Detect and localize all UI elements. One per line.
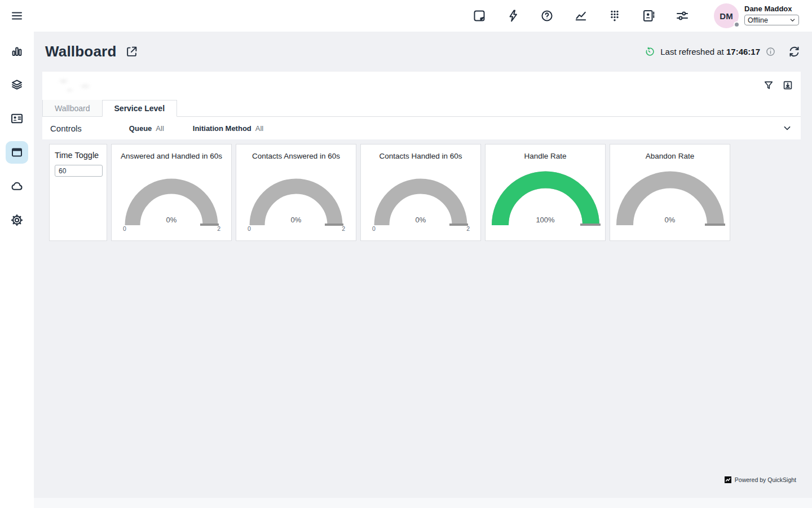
gauge-value: 0% [236, 216, 356, 224]
sidebar-item-contacts[interactable] [6, 107, 28, 130]
gauge-title: Abandon Rate [610, 152, 730, 160]
gauge-max-label: 2 [342, 225, 345, 232]
quicksight-footer: Powered by QuickSight [725, 476, 796, 483]
faint-watermark [48, 75, 110, 95]
filter-icon[interactable] [763, 80, 774, 91]
gauge-card-contacts-handled: Contacts Handled in 60s 0% 0 2 [360, 144, 481, 241]
controls-row: Controls Queue All Initiation Method All [42, 117, 801, 139]
last-refreshed-text: Last refreshed at 17:46:17 [660, 47, 760, 56]
tab-service-level[interactable]: Service Level [102, 100, 178, 117]
gauge-card-handle-rate: Handle Rate 100% [485, 144, 606, 241]
sidebar-item-wallboard[interactable] [6, 141, 28, 164]
gauge-max-label: 2 [466, 225, 470, 232]
quicksight-logo-icon [725, 476, 731, 483]
note-icon[interactable] [473, 9, 486, 23]
refresh-time: 17:46:17 [726, 47, 760, 56]
sheet-panel: Wallboard Service Level Controls Queue A… [42, 72, 801, 139]
help-icon[interactable] [540, 9, 554, 23]
gear-icon [10, 213, 24, 227]
user-name: Dane Maddox [744, 5, 799, 13]
gauge-min-label: 0 [372, 225, 376, 232]
topbar-action-icons [473, 0, 689, 32]
gauge-value: 0% [610, 216, 730, 224]
sidebar-item-settings[interactable] [6, 209, 28, 231]
export-icon[interactable] [782, 80, 793, 91]
sheet-tabs: Wallboard Service Level [42, 100, 801, 117]
info-icon[interactable] [765, 46, 776, 57]
metrics-icon[interactable] [574, 9, 588, 23]
user-chip: DM Dane Maddox Offline [714, 3, 799, 28]
avatar-initials: DM [720, 11, 732, 21]
sidebar-item-metrics[interactable] [6, 40, 28, 62]
page-title: Wallboard [45, 43, 117, 60]
avatar[interactable]: DM [714, 3, 739, 28]
gauge-min-label: 0 [123, 225, 126, 232]
time-toggle-card: Time Toggle [49, 144, 107, 241]
gauge-max-label: 2 [217, 225, 220, 232]
gauge-value: 0% [361, 216, 480, 224]
gauge-card-answered-and-handled: Answered and Handled in 60s 0% 0 2 [111, 144, 232, 241]
lightning-icon[interactable] [506, 9, 520, 23]
gauge-title: Answered and Handled in 60s [112, 152, 231, 160]
powered-by-text: Powered by QuickSight [735, 476, 796, 483]
dialpad-icon[interactable] [608, 9, 621, 23]
top-bar: DM Dane Maddox Offline [0, 0, 812, 32]
browser-window-icon [10, 146, 24, 159]
gauge-title: Handle Rate [486, 152, 605, 160]
left-nav-rail [0, 32, 34, 508]
gauge-min-label: 0 [248, 225, 251, 232]
timer-icon [645, 46, 655, 57]
page-header: Wallboard Last refreshed at 17:46:17 [34, 32, 812, 72]
sidebar-item-cloud[interactable] [6, 175, 28, 198]
gauge-title: Contacts Answered in 60s [236, 152, 356, 160]
gauge-card-abandon-rate: Abandon Rate 0% [610, 144, 730, 241]
controls-label: Controls [50, 124, 82, 133]
gauge-value: 100% [486, 216, 605, 224]
status-dot [734, 21, 740, 28]
cloud-icon [10, 179, 24, 193]
status-select[interactable]: Offline [744, 15, 799, 25]
sidebar-item-flows[interactable] [6, 73, 28, 96]
cards-row: Time Toggle Answered and Handled in 60s … [49, 144, 730, 241]
layers-icon [10, 78, 24, 91]
time-toggle-input[interactable] [55, 165, 103, 177]
bar-chart-icon [10, 44, 24, 58]
gauge-card-contacts-answered: Contacts Answered in 60s 0% 0 2 [236, 144, 356, 241]
filter-queue[interactable]: Queue All [129, 124, 164, 133]
tab-wallboard[interactable]: Wallboard [42, 100, 102, 116]
hamburger-menu-icon[interactable] [10, 9, 24, 23]
gauge-title: Contacts Handled in 60s [361, 152, 480, 160]
gauge-value: 0% [112, 216, 231, 224]
main-area: Wallboard Last refreshed at 17:46:17 [34, 32, 812, 508]
status-select-value: Offline [748, 16, 768, 24]
contact-card-icon [10, 112, 24, 125]
contacts-icon[interactable] [642, 9, 655, 23]
refresh-group: Last refreshed at 17:46:17 [645, 45, 801, 58]
chevron-down-icon [789, 17, 796, 23]
collapse-chevron-icon[interactable] [782, 122, 793, 134]
sliders-icon[interactable] [676, 9, 689, 23]
time-toggle-label: Time Toggle [50, 144, 107, 160]
filter-initiation-method[interactable]: Initiation Method All [193, 124, 263, 133]
external-link-icon[interactable] [125, 45, 138, 58]
refresh-icon[interactable] [788, 45, 801, 58]
dashboard-surface: Wallboard Last refreshed at 17:46:17 [34, 32, 812, 498]
